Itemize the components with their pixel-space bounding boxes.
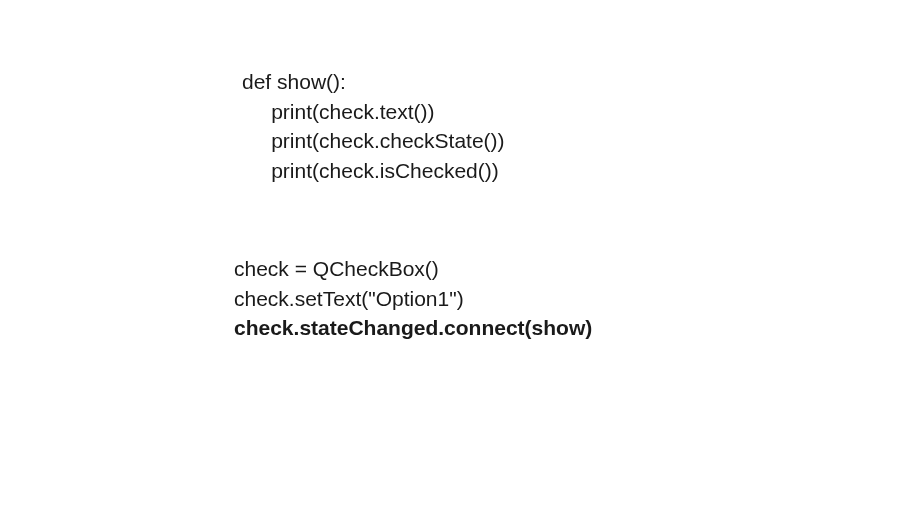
code-line: check = QCheckBox() [234, 257, 439, 280]
code-line-emphasized: check.stateChanged.connect(show) [234, 316, 592, 339]
code-line: print(check.checkState()) [242, 129, 505, 152]
code-line: def show(): [242, 70, 346, 93]
code-line: print(check.text()) [242, 100, 435, 123]
code-block-usage: check = QCheckBox() check.setText("Optio… [234, 225, 592, 343]
code-block-function: def show(): print(check.text()) print(ch… [242, 38, 505, 185]
code-line: print(check.isChecked()) [242, 159, 499, 182]
code-line: check.setText("Option1") [234, 287, 464, 310]
